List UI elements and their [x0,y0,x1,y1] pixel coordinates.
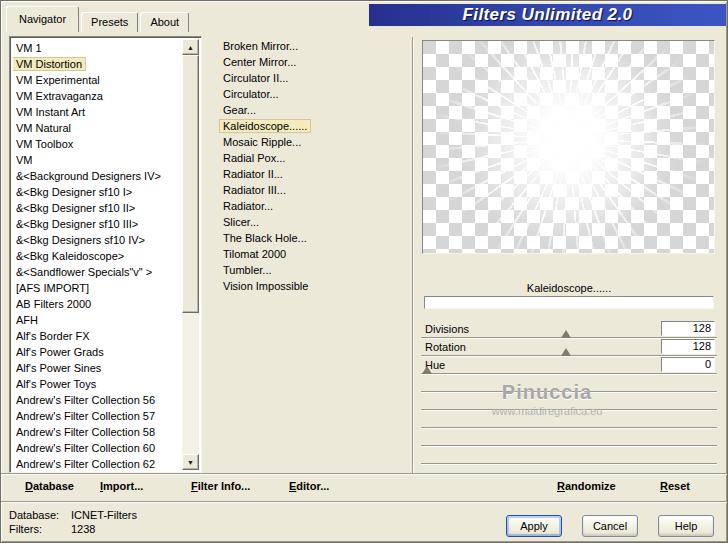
category-list-item[interactable]: VM 1 [13,40,181,56]
category-list-item[interactable]: &<Sandflower Specials"v" > [13,264,181,280]
toolbar-divider-top [1,473,728,475]
param-value-input[interactable]: 0 [661,357,715,372]
category-list-item[interactable]: &<Bkg Designers sf10 IV> [13,232,181,248]
filter-list-item[interactable]: Radiator III... [220,182,406,198]
slider-thumb[interactable] [561,348,571,356]
filter-list-item[interactable]: Vision Impossible [220,278,406,294]
filter-list-item[interactable]: Circulator... [220,86,406,102]
reset-button[interactable]: Reset [660,480,690,492]
param-value-input[interactable]: 128 [661,321,715,336]
filter-list-item[interactable]: Radiator II... [220,166,406,182]
tab-navigator[interactable]: Navigator [6,6,79,32]
param-value-input[interactable]: 128 [661,339,715,354]
param-label: Rotation [425,341,466,353]
vertical-scrollbar[interactable]: ▲ ▼ [182,39,199,470]
filter-list-item[interactable]: The Black Hole... [220,230,406,246]
filter-list-item[interactable]: Tilomat 2000 [220,246,406,262]
category-list-item[interactable]: Andrew's Filter Collection 58 [13,424,181,440]
category-list-item[interactable]: &<Bkg Kaleidoscope> [13,248,181,264]
editor-button[interactable]: Editor... [289,480,329,492]
filter-list-item[interactable]: Radial Pox... [220,150,406,166]
category-list-item[interactable]: VM Natural [13,120,181,136]
category-list-item[interactable]: VM Experimental [13,72,181,88]
category-list-item[interactable]: Alf's Power Toys [13,376,181,392]
title-bar: Filters Unlimited 2.0 [369,4,726,26]
param-row-divisions[interactable]: Divisions 128 [421,320,717,338]
filter-list-item[interactable]: Mosaic Ripple... [220,134,406,150]
filter-info-button[interactable]: Filter Info... [191,480,250,492]
filter-list-item[interactable]: Gear... [220,102,406,118]
status-filters-row: Filters:1238 [9,522,137,536]
preview-box [422,40,715,254]
category-list-item[interactable]: Andrew's Filter Collection 62 [13,456,181,470]
cancel-button[interactable]: Cancel [582,515,638,537]
category-list-item[interactable]: VM Extravaganza [13,88,181,104]
category-list-item[interactable]: Alf's Power Sines [13,360,181,376]
selected-filter-caption: Kaleidoscope...... [421,282,717,294]
slider-thumb[interactable] [422,366,432,374]
apply-button[interactable]: Apply [506,515,562,537]
import-button[interactable]: Import... [100,480,143,492]
tab-about[interactable]: About [140,12,189,32]
empty-slider-row [421,392,717,410]
filter-list-item[interactable]: Slicer... [220,214,406,230]
category-list-item[interactable]: VM Toolbox [13,136,181,152]
category-list-panel: VM 1 VM Distortion VM Experimental VM Ex… [9,36,202,473]
vertical-divider [412,37,414,473]
category-list-item[interactable]: [AFS IMPORT] [13,280,181,296]
empty-slider-row [421,374,717,392]
category-list-item[interactable]: Andrew's Filter Collection 60 [13,440,181,456]
filter-list[interactable]: Broken Mirror... Center Mirror... Circul… [220,38,406,294]
bottom-toolbar: Database Import... Filter Info... Editor… [1,478,728,498]
filter-list-item[interactable]: Broken Mirror... [220,38,406,54]
category-list-item[interactable]: Alf's Power Grads [13,344,181,360]
category-list-item[interactable]: VM [13,152,181,168]
kaleidoscope-effect [423,41,714,253]
toolbar-divider-bottom [1,501,728,503]
filters-unlimited-window: Navigator Presets About Filters Unlimite… [0,0,728,543]
category-list-item[interactable]: AB Filters 2000 [13,296,181,312]
parameter-panel: Divisions 128 Rotation 128 Hue 0 [421,320,717,464]
filter-list-item[interactable]: Tumbler... [220,262,406,278]
status-filters-label: Filters: [9,522,71,536]
status-area: Database:ICNET-Filters Filters:1238 [9,508,137,536]
status-database-row: Database:ICNET-Filters [9,508,137,522]
empty-slider-row [421,428,717,446]
category-list-item[interactable]: Andrew's Filter Collection 56 [13,392,181,408]
filter-list-item[interactable]: Radiator... [220,198,406,214]
tab-presets[interactable]: Presets [81,12,138,32]
scroll-up-icon[interactable]: ▲ [182,39,199,55]
category-list-item[interactable]: &<Bkg Designer sf10 II> [13,200,181,216]
scrollbar-thumb[interactable] [182,55,199,313]
category-list-item[interactable]: AFH [13,312,181,328]
empty-slider-row [421,446,717,464]
randomize-button[interactable]: Randomize [557,480,616,492]
progress-bar [424,296,714,309]
filter-list-item[interactable]: Center Mirror... [220,54,406,70]
status-filters-value: 1238 [71,523,95,535]
status-database-label: Database: [9,508,71,522]
category-list[interactable]: VM 1 VM Distortion VM Experimental VM Ex… [13,40,181,470]
scroll-down-icon[interactable]: ▼ [182,454,199,470]
empty-slider-row [421,410,717,428]
param-row-hue[interactable]: Hue 0 [421,356,717,374]
filter-list-item[interactable]: Kaleidoscope...... [220,118,406,134]
status-database-value: ICNET-Filters [71,509,137,521]
category-list-item[interactable]: Alf's Border FX [13,328,181,344]
param-row-rotation[interactable]: Rotation 128 [421,338,717,356]
filter-list-item[interactable]: Circulator II... [220,70,406,86]
param-label: Divisions [425,323,469,335]
category-list-item[interactable]: &<Bkg Designer sf10 I> [13,184,181,200]
category-list-item[interactable]: &<Background Designers IV> [13,168,181,184]
tab-strip: Navigator Presets About [6,5,191,32]
category-list-item[interactable]: &<Bkg Designer sf10 III> [13,216,181,232]
app-title: Filters Unlimited 2.0 [463,5,633,25]
help-button[interactable]: Help [658,515,714,537]
preview-image [423,41,714,253]
slider-thumb[interactable] [561,330,571,338]
category-list-item[interactable]: Andrew's Filter Collection 57 [13,408,181,424]
category-list-item[interactable]: VM Instant Art [13,104,181,120]
database-button[interactable]: Database [25,480,74,492]
category-list-item[interactable]: VM Distortion [13,56,181,72]
